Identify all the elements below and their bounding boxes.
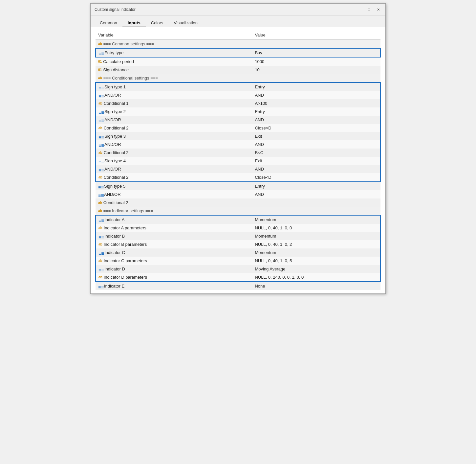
cell-value: NULL, 0, 40, 1, 0, 0 bbox=[252, 224, 380, 232]
cell-value: Momentum bbox=[252, 248, 380, 257]
table-row[interactable]: ab=== Common settings === bbox=[96, 40, 380, 49]
variable-label: Conditional 2 bbox=[104, 175, 129, 180]
table-row[interactable]: abConditional 2B<C bbox=[96, 149, 380, 157]
cell-variable: abIndicator A parameters bbox=[96, 224, 252, 232]
table-row[interactable]: ab=== Conditional settings === bbox=[96, 74, 380, 82]
list-icon: ≡ bbox=[98, 184, 103, 188]
cell-value: NULL, 0, 40, 1, 0, 2 bbox=[252, 240, 380, 248]
window-title: Custom signal indicator bbox=[95, 7, 136, 12]
ab-icon: ab bbox=[98, 209, 102, 213]
table-row[interactable]: 01Sign distance10 bbox=[96, 66, 380, 74]
table-row[interactable]: ≡Indicator CMomentum bbox=[96, 248, 380, 257]
variable-label: Entry type bbox=[104, 50, 124, 55]
title-bar: Custom signal indicator — □ ✕ bbox=[91, 4, 385, 16]
tab-visualization[interactable]: Visualization bbox=[168, 18, 203, 27]
variable-label: Sign type 5 bbox=[104, 184, 125, 189]
cell-variable: ≡AND/OR bbox=[96, 190, 252, 198]
table-row[interactable]: abIndicator D parametersNULL, 0, 240, 0,… bbox=[96, 273, 380, 282]
cell-value: Exit bbox=[252, 132, 380, 140]
table-row[interactable]: ab=== Indicator settings === bbox=[96, 207, 380, 215]
list-icon: ≡ bbox=[98, 134, 103, 138]
table-row[interactable]: abConditional 2Close>D bbox=[96, 124, 380, 132]
table-row[interactable]: abIndicator A parametersNULL, 0, 40, 1, … bbox=[96, 224, 380, 232]
cell-variable: abConditional 2 bbox=[96, 173, 252, 182]
cell-value: Close<D bbox=[252, 173, 380, 182]
ab-icon: ab bbox=[98, 259, 102, 263]
table-row[interactable]: abConditional 2Close<D bbox=[96, 173, 380, 182]
table-row[interactable]: ≡Sign type 5Entry bbox=[96, 182, 380, 190]
table-row[interactable]: ≡AND/ORAND bbox=[96, 190, 380, 198]
table-row[interactable]: ≡Sign type 3Exit bbox=[96, 132, 380, 140]
cell-value: 1000 bbox=[252, 57, 380, 66]
variable-label: Sign type 3 bbox=[104, 134, 126, 139]
table-row[interactable]: abConditional 2 bbox=[96, 198, 380, 207]
table-row[interactable]: ≡Sign type 2Entry bbox=[96, 107, 380, 116]
table-row[interactable]: ≡Sign type 1Entry bbox=[96, 82, 380, 91]
cell-value bbox=[252, 74, 380, 82]
table-row[interactable]: ≡AND/ORAND bbox=[96, 140, 380, 149]
cell-value: Entry bbox=[252, 82, 380, 91]
table-row[interactable]: abIndicator B parametersNULL, 0, 40, 1, … bbox=[96, 240, 380, 248]
ab-icon: ab bbox=[98, 42, 102, 46]
cell-variable: ab=== Conditional settings === bbox=[96, 74, 252, 82]
table-row[interactable]: abIndicator C parametersNULL, 0, 40, 1, … bbox=[96, 257, 380, 265]
cell-variable: ≡AND/OR bbox=[96, 91, 252, 99]
cell-value: NULL, 0, 240, 0, 0, 1, 0, 0 bbox=[252, 273, 380, 282]
list-icon: ≡ bbox=[98, 85, 103, 89]
minimize-button[interactable]: — bbox=[357, 6, 363, 13]
list-icon: ≡ bbox=[98, 193, 103, 197]
table-row[interactable]: ≡Indicator AMomentum bbox=[96, 215, 380, 224]
table-row[interactable]: ≡Entry typeBuy bbox=[96, 48, 380, 57]
ab-icon: ab bbox=[98, 175, 102, 179]
maximize-button[interactable]: □ bbox=[366, 6, 372, 13]
cell-variable: ≡Sign type 4 bbox=[96, 157, 252, 165]
ab-icon: ab bbox=[98, 243, 102, 246]
table-row[interactable]: ≡Indicator ENone bbox=[96, 282, 380, 290]
table-row[interactable]: ≡AND/ORAND bbox=[96, 116, 380, 124]
cell-variable: ≡Sign type 1 bbox=[96, 82, 252, 91]
cell-variable: abConditional 2 bbox=[96, 198, 252, 207]
cell-variable: ≡Indicator E bbox=[96, 282, 252, 290]
ab-icon: ab bbox=[98, 102, 102, 105]
table-row[interactable]: ≡Sign type 4Exit bbox=[96, 157, 380, 165]
cell-value: AND bbox=[252, 165, 380, 173]
table-row[interactable]: abConditional 1A>100 bbox=[96, 99, 380, 107]
cell-variable: ≡AND/OR bbox=[96, 165, 252, 173]
tab-colors[interactable]: Colors bbox=[146, 18, 169, 27]
cell-variable: ≡Indicator B bbox=[96, 232, 252, 240]
cell-variable: ab=== Common settings === bbox=[96, 40, 252, 49]
ab-icon: ab bbox=[98, 151, 102, 154]
cell-value bbox=[252, 40, 380, 49]
cell-value: AND bbox=[252, 140, 380, 149]
cell-variable: 01Sign distance bbox=[96, 66, 252, 74]
table-row[interactable]: ≡Indicator BMomentum bbox=[96, 232, 380, 240]
list-icon: ≡ bbox=[98, 167, 103, 171]
variable-label: Indicator D parameters bbox=[104, 275, 147, 280]
variable-label: Conditional 2 bbox=[103, 200, 128, 205]
list-icon: ≡ bbox=[98, 251, 103, 255]
col-header-variable: Variable bbox=[96, 31, 252, 40]
tab-common[interactable]: Common bbox=[95, 18, 122, 27]
inputs-table: Variable Value ab=== Common settings ===… bbox=[95, 31, 381, 290]
tab-inputs[interactable]: Inputs bbox=[122, 18, 146, 27]
close-button[interactable]: ✕ bbox=[375, 6, 381, 13]
cell-value: AND bbox=[252, 190, 380, 198]
table-row[interactable]: ≡AND/ORAND bbox=[96, 165, 380, 173]
variable-label: === Conditional settings === bbox=[103, 76, 158, 81]
cell-value bbox=[252, 207, 380, 215]
table-row[interactable]: 01Calculate period1000 bbox=[96, 57, 380, 66]
variable-label: Sign distance bbox=[103, 67, 129, 72]
cell-value: AND bbox=[252, 116, 380, 124]
variable-label: Indicator E bbox=[104, 284, 124, 289]
table-row[interactable]: ≡AND/ORAND bbox=[96, 91, 380, 99]
ab-icon: ab bbox=[98, 201, 102, 204]
cell-value: AND bbox=[252, 91, 380, 99]
variable-label: Conditional 1 bbox=[104, 101, 129, 106]
cell-value: Momentum bbox=[252, 232, 380, 240]
cell-variable: ≡AND/OR bbox=[96, 116, 252, 124]
table-row[interactable]: ≡Indicator DMoving Average bbox=[96, 265, 380, 273]
cell-value: Moving Average bbox=[252, 265, 380, 273]
cell-variable: ≡Indicator D bbox=[96, 265, 252, 273]
cell-value: B<C bbox=[252, 149, 380, 157]
cell-value: Momentum bbox=[252, 215, 380, 224]
